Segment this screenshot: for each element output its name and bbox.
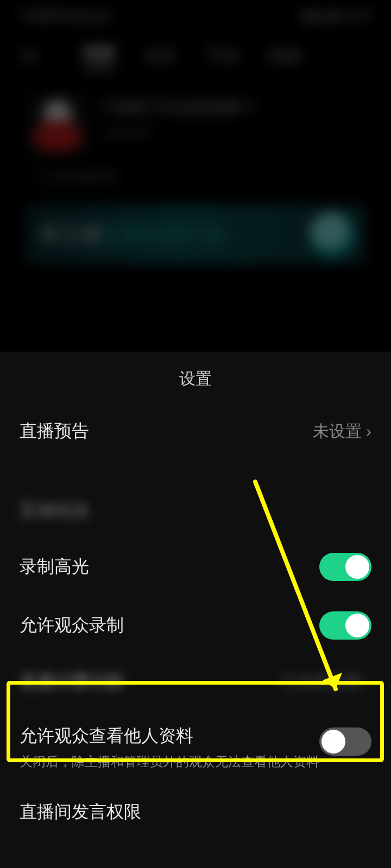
row-live-forecast[interactable]: 直播预告 未设置 › [0, 404, 391, 458]
banner-icon [305, 207, 361, 263]
row-record-highlight: 录制高光 [0, 538, 391, 596]
tab-voice[interactable]: 语音 [144, 45, 177, 67]
row-live-forecast-label: 直播预告 [20, 419, 89, 443]
banner-text-b: 流量扶持计划 [102, 223, 226, 245]
chevron-right-icon: › [366, 501, 371, 520]
promo-banner[interactable]: 新主播流量扶持计划 [25, 205, 366, 264]
row-record-highlight-label: 录制高光 [20, 555, 89, 579]
status-right: ▮ ◧ ▣ 10:36 [302, 9, 371, 23]
profile-sub: 开始设置 [102, 125, 256, 142]
tab-mobile[interactable]: 手游 [206, 45, 239, 67]
row-hidden-1-label: 互动玩法 [20, 499, 89, 522]
avatar[interactable] [25, 92, 90, 157]
chevron-right-icon: › [366, 673, 371, 691]
sheet-title: 设置 [0, 352, 391, 404]
profile-name: 不愿意飞鸟店的直播 ✎ [102, 97, 256, 118]
row-hidden-2-label: 直播付费功能 [20, 670, 124, 694]
top-tabs: ✕ 视频 语音 手游 电脑 [0, 31, 391, 75]
profile-subline: ◎ 当前直播内容 [0, 167, 391, 199]
row-view-others-info-sub: 关闭后，除主播和管理员外的观众无法查看他人资料 [20, 754, 319, 770]
tab-video[interactable]: 视频 [83, 42, 115, 70]
row-allow-record: 允许观众录制 [0, 596, 391, 655]
profile-block: 不愿意飞鸟店的直播 ✎ 开始设置 [0, 75, 391, 167]
chevron-right-icon: › [366, 422, 371, 441]
settings-sheet: 设置 直播预告 未设置 › 互动玩法 › 录制高光 允许观众录制 直播付费功能 … [0, 352, 391, 868]
row-hidden-2-value: 已关闭设置 › [280, 671, 371, 693]
close-icon[interactable]: ✕ [20, 44, 38, 69]
row-allow-record-label: 允许观众录制 [20, 614, 124, 637]
row-hidden-2[interactable]: 直播付费功能 已关闭设置 › [0, 655, 391, 709]
banner-text-a: 新主播 [40, 223, 102, 245]
toggle-view-others-info[interactable] [319, 727, 371, 756]
row-live-forecast-value: 未设置 › [313, 420, 371, 443]
row-hidden-1[interactable]: 互动玩法 › [0, 483, 391, 538]
row-view-others-info: 允许观众查看他人资料 关闭后，除主播和管理员外的观众无法查看他人资料 [0, 709, 391, 785]
row-speak-permission[interactable]: 直播间发言权限 [0, 785, 391, 839]
tab-computer[interactable]: 电脑 [268, 45, 301, 67]
status-bar: 中国移动 ▮ ◢ ◢ ▮ ◧ ▣ 10:36 [0, 0, 391, 31]
row-hidden-2-value-text: 已关闭设置 [280, 671, 362, 693]
toggle-allow-record[interactable] [319, 611, 371, 640]
status-left: 中国移动 ▮ ◢ ◢ [20, 8, 108, 24]
row-live-forecast-value-text: 未设置 [313, 420, 362, 443]
toggle-record-highlight[interactable] [319, 553, 371, 581]
row-view-others-info-label: 允许观众查看他人资料 [20, 724, 319, 748]
banner-text: 新主播流量扶持计划 [40, 221, 226, 248]
row-speak-permission-label: 直播间发言权限 [20, 800, 141, 824]
